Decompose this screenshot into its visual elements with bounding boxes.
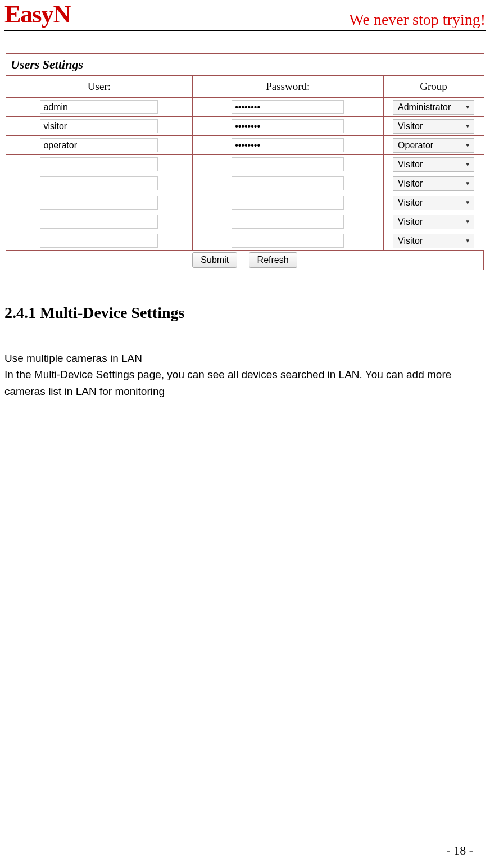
panel-title: Users Settings <box>6 54 484 76</box>
group-select-value: Visitor <box>398 198 423 208</box>
group-select-value: Administrator <box>398 102 451 112</box>
col-user: User: <box>6 76 192 98</box>
user-input[interactable] <box>40 138 158 152</box>
table-row: Visitor▼ <box>6 117 484 136</box>
password-input[interactable] <box>232 196 344 210</box>
submit-button[interactable]: Submit <box>192 252 237 268</box>
password-input[interactable] <box>232 234 344 248</box>
table-row: Visitor▼ <box>6 155 484 174</box>
page-number: - 18 - <box>446 843 473 858</box>
users-table: User: Password: Group Administrator▼ Vis… <box>6 76 484 270</box>
users-settings-panel: Users Settings User: Password: Group Adm… <box>6 53 484 270</box>
chevron-down-icon: ▼ <box>465 238 470 244</box>
chevron-down-icon: ▼ <box>465 142 470 148</box>
password-input[interactable] <box>232 119 344 133</box>
brand-logo: EasyN <box>4 0 70 29</box>
section-heading: 2.4.1 Multi-Device Settings <box>4 304 486 322</box>
group-select[interactable]: Visitor▼ <box>393 234 474 248</box>
body-paragraph-2: In the Multi-Device Settings page, you c… <box>4 366 486 399</box>
password-input[interactable] <box>232 215 344 229</box>
password-input[interactable] <box>232 176 344 190</box>
user-input[interactable] <box>40 157 158 171</box>
chevron-down-icon: ▼ <box>465 180 470 187</box>
table-row: Visitor▼ <box>6 212 484 231</box>
chevron-down-icon: ▼ <box>465 219 470 225</box>
group-select-value: Operator <box>398 140 433 151</box>
group-select[interactable]: Administrator▼ <box>393 100 474 115</box>
table-row: Operator▼ <box>6 136 484 155</box>
group-select[interactable]: Visitor▼ <box>393 176 474 191</box>
chevron-down-icon: ▼ <box>465 104 470 110</box>
password-input[interactable] <box>232 138 344 152</box>
group-select[interactable]: Visitor▼ <box>393 119 474 134</box>
body-paragraph-1: Use multiple cameras in LAN <box>4 350 486 366</box>
user-input[interactable] <box>40 196 158 210</box>
chevron-down-icon: ▼ <box>465 123 470 129</box>
col-password: Password: <box>192 76 383 98</box>
chevron-down-icon: ▼ <box>465 199 470 206</box>
user-input[interactable] <box>40 234 158 248</box>
brand-tagline: We never stop trying! <box>349 11 486 29</box>
group-select-value: Visitor <box>398 160 423 170</box>
col-group: Group <box>383 76 483 98</box>
table-row: Visitor▼ <box>6 174 484 193</box>
table-row: Visitor▼ <box>6 231 484 251</box>
group-select-value: Visitor <box>398 236 423 246</box>
group-select[interactable]: Operator▼ <box>393 138 474 153</box>
group-select[interactable]: Visitor▼ <box>393 196 474 210</box>
group-select-value: Visitor <box>398 121 423 131</box>
password-input[interactable] <box>232 157 344 171</box>
table-row: Visitor▼ <box>6 193 484 212</box>
user-input[interactable] <box>40 215 158 229</box>
user-input[interactable] <box>40 100 158 114</box>
page-header: EasyN We never stop trying! <box>4 0 486 31</box>
group-select[interactable]: Visitor▼ <box>393 215 474 229</box>
user-input[interactable] <box>40 119 158 133</box>
group-select-value: Visitor <box>398 217 423 227</box>
button-row: Submit Refresh <box>6 251 484 270</box>
user-input[interactable] <box>40 176 158 190</box>
password-input[interactable] <box>232 100 344 114</box>
refresh-button[interactable]: Refresh <box>249 252 297 268</box>
table-row: Administrator▼ <box>6 98 484 117</box>
chevron-down-icon: ▼ <box>465 161 470 167</box>
group-select[interactable]: Visitor▼ <box>393 157 474 172</box>
group-select-value: Visitor <box>398 179 423 189</box>
